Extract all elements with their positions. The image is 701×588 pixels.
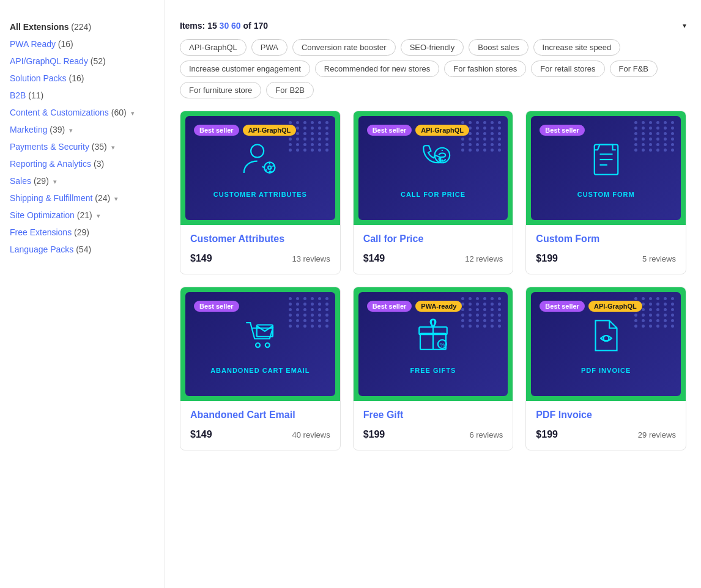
sidebar-link-10[interactable]: Shipping & Fulfillment (24) ▾ (10, 193, 118, 203)
card-reviews-3: 40 reviews (292, 430, 330, 439)
card-dots-4 (461, 297, 503, 328)
card-badges-4: Best sellerPWA-ready (367, 301, 462, 312)
card-name-link-1[interactable]: Call for Price (363, 233, 503, 244)
sidebar-link-5[interactable]: Content & Customizations (60) ▾ (10, 108, 135, 117)
items-15[interactable]: 15 (207, 21, 217, 31)
card-footer-3: $149 40 reviews (190, 429, 330, 440)
sidebar-item-6[interactable]: Marketing (39) ▾ (10, 125, 155, 134)
filter-tag-1[interactable]: PWA (251, 39, 287, 56)
card-icon-2 (585, 138, 628, 186)
filter-tag-2[interactable]: Conversion rate booster (292, 39, 396, 56)
sidebar-link-6[interactable]: Marketing (39) ▾ (10, 125, 73, 134)
card-name-link-3[interactable]: Abandoned Cart Email (190, 410, 330, 421)
card-name-link-4[interactable]: Free Gift (363, 410, 503, 421)
filter-tag-5[interactable]: Increase site speed (533, 39, 621, 56)
filter-tag-10[interactable]: For F&B (610, 61, 658, 77)
product-card-4[interactable]: Best sellerPWA-ready % FREE GIFTS Free G… (353, 287, 514, 450)
card-badges-1: Best sellerAPI-GraphQL (367, 125, 469, 136)
badge-bestseller-5: Best seller (540, 301, 585, 312)
sidebar-link-7[interactable]: Payments & Security (35) ▾ (10, 142, 115, 152)
sidebar-link-8[interactable]: Reporting & Analytics (3) (10, 159, 104, 169)
sidebar-link-13[interactable]: Language Packs (54) (10, 244, 91, 254)
main-content: Items: 15 30 60 of 170 ▾ API-GraphQLPWAC… (165, 0, 701, 588)
card-image-inner-5: Best sellerAPI-GraphQL PDF INVOICE (531, 292, 681, 396)
items-60[interactable]: 60 (231, 21, 241, 31)
svg-point-2 (268, 166, 271, 169)
card-badges-5: Best sellerAPI-GraphQL (540, 301, 642, 312)
card-body-3: Abandoned Cart Email $149 40 reviews (180, 401, 340, 450)
filter-tags: API-GraphQLPWAConversion rate boosterSEO… (180, 39, 686, 98)
card-image-wrap-4: Best sellerPWA-ready % FREE GIFTS (354, 287, 513, 401)
items-label: Items: (180, 21, 207, 31)
sidebar-link-2[interactable]: API/GraphQL Ready (52) (10, 56, 106, 66)
sidebar-link-12[interactable]: Free Extensions (29) (10, 227, 89, 237)
product-card-1[interactable]: Best sellerAPI-GraphQL CALL FOR PRICE Ca… (353, 111, 514, 274)
card-icon-1 (412, 138, 454, 186)
card-image-wrap-0: Best sellerAPI-GraphQL CUSTOMER ATTRIBUT… (180, 111, 340, 225)
sidebar-item-2[interactable]: API/GraphQL Ready (52) (10, 56, 155, 66)
filter-tag-9[interactable]: For retail stores (531, 61, 604, 77)
sort-dropdown[interactable]: ▾ (679, 21, 686, 30)
card-image-wrap-1: Best sellerAPI-GraphQL CALL FOR PRICE (354, 111, 513, 225)
card-icon-5 (585, 314, 628, 362)
sidebar-link-3[interactable]: Solution Packs (16) (10, 73, 84, 83)
card-name-link-0[interactable]: Customer Attributes (190, 233, 330, 244)
items-info: Items: 15 30 60 of 170 (180, 21, 268, 31)
card-body-5: PDF Invoice $199 29 reviews (526, 401, 686, 450)
sidebar-item-3[interactable]: Solution Packs (16) (10, 73, 155, 83)
product-card-3[interactable]: Best seller ABANDONED CART EMAIL Abandon… (180, 287, 341, 450)
card-reviews-0: 13 reviews (292, 254, 330, 263)
card-price-5: $199 (536, 429, 558, 440)
filter-tag-8[interactable]: For fashion stores (444, 61, 526, 77)
filter-tag-0[interactable]: API-GraphQL (180, 39, 247, 56)
card-footer-0: $149 13 reviews (190, 253, 330, 264)
badge-api-1: API-GraphQL (415, 125, 469, 136)
card-label-3: ABANDONED CART EMAIL (210, 367, 310, 374)
sidebar-item-5[interactable]: Content & Customizations (60) ▾ (10, 108, 155, 117)
filter-tag-7[interactable]: Recommended for new stores (315, 61, 439, 77)
card-icon-4: % (412, 314, 454, 362)
filter-tag-6[interactable]: Increase customer engagement (180, 61, 310, 77)
sidebar-link-0[interactable]: All Extensions (224) (10, 22, 91, 32)
sidebar-item-13[interactable]: Language Packs (54) (10, 244, 155, 254)
sidebar-link-11[interactable]: Site Optimization (21) ▾ (10, 210, 100, 220)
card-image-inner-0: Best sellerAPI-GraphQL CUSTOMER ATTRIBUT… (185, 116, 335, 220)
card-footer-2: $199 5 reviews (536, 253, 676, 264)
items-30[interactable]: 30 (220, 21, 229, 31)
sidebar-item-11[interactable]: Site Optimization (21) ▾ (10, 210, 155, 220)
sidebar-item-1[interactable]: PWA Ready (16) (10, 39, 155, 49)
card-image-inner-3: Best seller ABANDONED CART EMAIL (185, 292, 335, 396)
product-card-0[interactable]: Best sellerAPI-GraphQL CUSTOMER ATTRIBUT… (180, 111, 341, 274)
svg-point-0 (251, 145, 264, 158)
card-image-inner-1: Best sellerAPI-GraphQL CALL FOR PRICE (358, 116, 508, 220)
filter-tag-3[interactable]: SEO-friendly (401, 39, 464, 56)
card-dots-2 (634, 121, 676, 152)
sidebar-link-1[interactable]: PWA Ready (16) (10, 39, 73, 49)
badge-bestseller-3: Best seller (194, 301, 239, 312)
product-card-2[interactable]: Best seller CUSTOM FORM Custom Form $199… (525, 111, 686, 274)
card-image-inner-2: Best seller CUSTOM FORM (531, 116, 681, 220)
filter-tag-4[interactable]: Boost sales (469, 39, 528, 56)
card-price-2: $199 (536, 253, 558, 264)
sidebar-item-8[interactable]: Reporting & Analytics (3) (10, 159, 155, 169)
sidebar-item-10[interactable]: Shipping & Fulfillment (24) ▾ (10, 193, 155, 203)
sort-arrow-icon: ▾ (683, 21, 686, 30)
sidebar-item-0[interactable]: All Extensions (224) (10, 22, 155, 32)
sidebar-item-7[interactable]: Payments & Security (35) ▾ (10, 142, 155, 152)
card-name-link-2[interactable]: Custom Form (536, 233, 676, 244)
sidebar-link-4[interactable]: B2B (11) (10, 90, 43, 100)
card-image-wrap-3: Best seller ABANDONED CART EMAIL (180, 287, 340, 401)
filter-tag-12[interactable]: For B2B (266, 82, 314, 98)
card-name-link-5[interactable]: PDF Invoice (536, 410, 676, 421)
card-badges-0: Best sellerAPI-GraphQL (194, 125, 296, 136)
badge-bestseller-2: Best seller (540, 125, 585, 136)
sidebar-link-9[interactable]: Sales (29) ▾ (10, 176, 57, 186)
sidebar-item-4[interactable]: B2B (11) (10, 90, 155, 100)
sidebar-item-9[interactable]: Sales (29) ▾ (10, 176, 155, 186)
sidebar-item-12[interactable]: Free Extensions (29) (10, 227, 155, 237)
card-price-0: $149 (190, 253, 212, 264)
badge-bestseller-1: Best seller (367, 125, 412, 136)
filter-tag-11[interactable]: For furniture store (180, 82, 261, 98)
items-per-page[interactable]: 15 30 60 of 170 (207, 21, 268, 31)
product-card-5[interactable]: Best sellerAPI-GraphQL PDF INVOICE PDF I… (525, 287, 686, 450)
